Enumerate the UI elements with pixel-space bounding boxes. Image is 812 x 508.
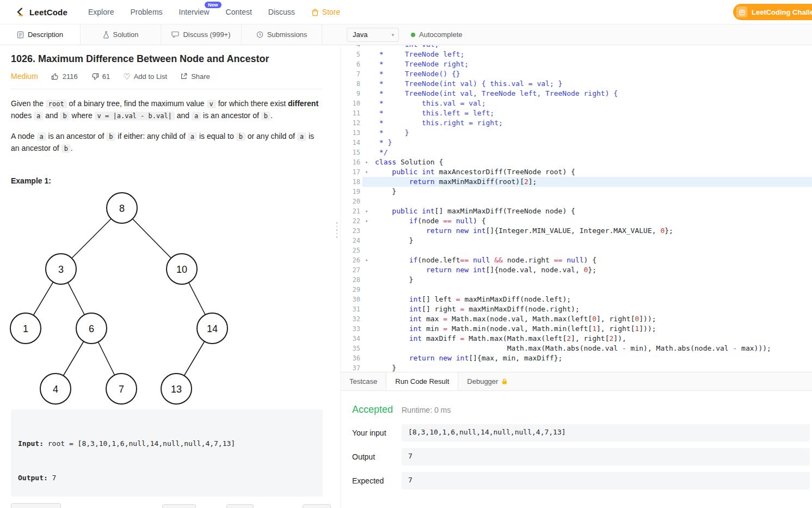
code-line-28[interactable]: 28 } [341, 275, 812, 285]
code-line-26[interactable]: 26▾ if(node.left== null && node.right ==… [341, 255, 812, 265]
code-text[interactable]: int[] right = maxMinMaxDiff(node.right); [371, 304, 812, 314]
code-line-13[interactable]: 13 * } [341, 128, 812, 138]
line-number[interactable]: 21 [341, 206, 362, 216]
line-number[interactable]: 31 [341, 304, 362, 314]
cutoff-button[interactable] [303, 504, 331, 508]
line-number[interactable]: 28 [341, 275, 362, 285]
code-line-37[interactable]: 37 } [341, 363, 812, 372]
code-text[interactable]: * TreeNode right; [371, 59, 812, 69]
fold-arrow-icon[interactable]: ▾ [362, 216, 371, 226]
code-text[interactable]: * TreeNode(int val) { this.val = val; } [371, 79, 812, 89]
line-number[interactable]: 15 [341, 148, 362, 157]
code-text[interactable]: int min = Math.min(node.val, Math.min(le… [371, 324, 812, 334]
code-line-8[interactable]: 8 * TreeNode(int val) { this.val = val; … [341, 79, 812, 89]
code-text[interactable]: return new int[]{max, min, maxDiff}; [371, 353, 812, 363]
code-line-19[interactable]: 19 } [341, 187, 812, 197]
code-line-10[interactable]: 10 * this.val = val; [341, 99, 812, 108]
cutoff-button[interactable] [11, 503, 61, 508]
code-text[interactable]: } [371, 236, 812, 246]
panel-splitter-handle[interactable] [335, 222, 339, 238]
code-text[interactable]: if(node.left== null && node.right == nul… [371, 255, 812, 265]
code-text[interactable]: return new int[]{Integer.MIN_VALUE, Inte… [371, 226, 812, 236]
code-line-23[interactable]: 23 return new int[]{Integer.MIN_VALUE, I… [341, 226, 812, 236]
code-line-6[interactable]: 6 * TreeNode right; [341, 59, 812, 69]
code-text[interactable]: return new int[]{node.val, node.val, 0}; [371, 265, 812, 275]
dislike-button[interactable]: 61 [91, 72, 110, 81]
code-line-7[interactable]: 7 * TreeNode() {} [341, 69, 812, 79]
cutoff-button[interactable] [162, 504, 196, 508]
code-text[interactable]: * this.left = left; [371, 108, 812, 118]
line-number[interactable]: 5 [341, 50, 362, 59]
fold-arrow-icon[interactable]: ▾ [362, 255, 371, 265]
code-line-14[interactable]: 14 * } [341, 138, 812, 148]
code-text[interactable]: * TreeNode() {} [371, 69, 812, 79]
tab-description[interactable]: Description [0, 25, 81, 45]
add-to-list-button[interactable]: ♡ Add to List [123, 72, 167, 81]
line-number[interactable]: 8 [341, 79, 362, 89]
line-number[interactable]: 4 [341, 45, 362, 50]
share-button[interactable]: Share [180, 72, 210, 81]
code-text[interactable]: public int maxAncestorDiff(TreeNode root… [371, 167, 812, 177]
nav-item-store[interactable]: Store [311, 8, 340, 16]
leetcoding-challenge-button[interactable]: LeetCoding Challe [733, 4, 812, 20]
code-line-18[interactable]: 18 return maxMinMaxDiff(root)[2]; [341, 177, 812, 187]
line-number[interactable]: 36 [341, 353, 362, 363]
code-line-36[interactable]: 36 return new int[]{max, min, maxDiff}; [341, 353, 812, 363]
code-line-31[interactable]: 31 int[] right = maxMinMaxDiff(node.righ… [341, 304, 812, 314]
code-text[interactable]: } [371, 275, 812, 285]
autocomplete-toggle[interactable]: Autocomplete [411, 30, 463, 39]
fold-arrow-icon[interactable]: ▾ [362, 157, 371, 167]
line-number[interactable]: 11 [341, 108, 362, 118]
line-number[interactable]: 14 [341, 138, 362, 148]
line-number[interactable]: 33 [341, 324, 362, 334]
tab-submissions[interactable]: Submissions [242, 25, 322, 45]
code-line-27[interactable]: 27 return new int[]{node.val, node.val, … [341, 265, 812, 275]
code-text[interactable]: public int[] maxMinMaxDiff(TreeNode node… [371, 206, 812, 216]
line-number[interactable]: 32 [341, 314, 362, 324]
code-text[interactable]: } [371, 363, 812, 372]
code-text[interactable] [371, 246, 812, 255]
code-line-15[interactable]: 15 */ [341, 148, 812, 157]
code-text[interactable]: return maxMinMaxDiff(root)[2]; [371, 177, 812, 187]
line-number[interactable]: 20 [341, 197, 362, 206]
code-text[interactable] [371, 285, 812, 295]
line-number[interactable]: 10 [341, 99, 362, 108]
code-text[interactable]: int maxDiff = Math.max(Math.max(left[2],… [371, 334, 812, 344]
fold-arrow-icon[interactable]: ▾ [362, 206, 371, 216]
io-value[interactable]: 7 [402, 448, 810, 466]
leetcode-logo[interactable]: LeetCode [14, 6, 67, 18]
line-number[interactable]: 6 [341, 59, 362, 69]
io-value[interactable]: 7 [402, 472, 810, 489]
code-text[interactable]: Math.max(Math.abs(node.val - min), Math.… [371, 344, 812, 353]
console-tab-debugger[interactable]: Debugger [458, 372, 516, 390]
line-number[interactable]: 37 [341, 363, 362, 372]
line-number[interactable]: 26 [341, 255, 362, 265]
line-number[interactable]: 17 [341, 167, 362, 177]
code-line-20[interactable]: 20 [341, 197, 812, 206]
code-text[interactable]: * } [371, 138, 812, 148]
code-text[interactable]: * } [371, 128, 812, 138]
code-text[interactable]: * TreeNode(int val, TreeNode left, TreeN… [371, 89, 812, 99]
code-line-29[interactable]: 29 [341, 285, 812, 295]
code-editor[interactable]: 4 * int val;5 * TreeNode left;6 * TreeNo… [341, 45, 812, 372]
code-line-22[interactable]: 22▾ if(node == null) { [341, 216, 812, 226]
code-line-17[interactable]: 17▾ public int maxAncestorDiff(TreeNode … [341, 167, 812, 177]
code-text[interactable]: } [371, 187, 812, 197]
code-line-30[interactable]: 30 int[] left = maxMinMaxDiff(node.left)… [341, 295, 812, 304]
code-line-5[interactable]: 5 * TreeNode left; [341, 50, 812, 59]
code-text[interactable]: */ [371, 148, 812, 157]
code-line-12[interactable]: 12 * this.right = right; [341, 118, 812, 128]
code-line-32[interactable]: 32 int max = Math.max(node.val, Math.max… [341, 314, 812, 324]
line-number[interactable]: 19 [341, 187, 362, 197]
line-number[interactable]: 25 [341, 246, 362, 255]
console-tab-testcase[interactable]: Testcase [341, 372, 386, 390]
nav-item-contest[interactable]: Contest [226, 8, 252, 16]
nav-item-interview[interactable]: InterviewNew [179, 8, 210, 16]
line-number[interactable]: 7 [341, 69, 362, 79]
io-value[interactable]: [8,3,10,1,6,null,14,null,null,4,7,13] [402, 424, 810, 442]
fold-arrow-icon[interactable]: ▾ [362, 167, 371, 177]
nav-item-discuss[interactable]: Discuss [268, 8, 295, 16]
line-number[interactable]: 13 [341, 128, 362, 138]
line-number[interactable]: 18 [341, 177, 362, 187]
line-number[interactable]: 29 [341, 285, 362, 295]
